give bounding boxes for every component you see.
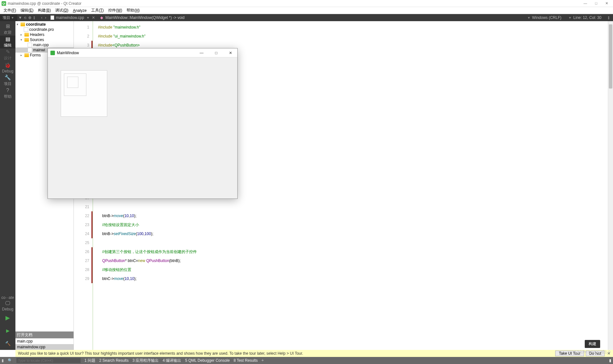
status-issues[interactable]: 1 问题 [84, 358, 95, 363]
open-doc-item[interactable]: mainwindow.cpp [15, 344, 74, 350]
toolbar-more-icon[interactable]: ⫿ [608, 15, 610, 20]
preview-btnA[interactable] [61, 70, 107, 117]
locator-input[interactable] [16, 358, 81, 363]
maximize-button[interactable]: □ [595, 1, 597, 5]
menubar: 文件(F) 编辑(E) 构建(B) 调试(D) Analyze 工具(T) 控件… [0, 7, 613, 14]
app-logo-icon: Qt [2, 1, 6, 6]
sync-icon[interactable]: ⊕ [27, 15, 32, 20]
play-bug-icon: ▶ [6, 328, 10, 333]
ui-tour-banner: Would you like to take a quick UI tour? … [15, 350, 613, 357]
preview-logo-icon [50, 51, 55, 55]
sidebar-edit[interactable]: ▤编辑 [0, 36, 15, 48]
preview-body [48, 57, 237, 199]
preview-btnB[interactable] [64, 73, 86, 96]
nav-back-icon[interactable]: ‹ [40, 15, 43, 20]
menu-help[interactable]: 帮助(H) [125, 7, 142, 14]
nav-fwd-icon[interactable]: › [44, 15, 47, 20]
file-tab[interactable]: mainwindow.cpp ▾ ✕ [48, 14, 98, 21]
folder-icon [24, 53, 29, 57]
filter-icon[interactable]: ▼ [17, 15, 23, 20]
build-button[interactable]: 🔨 [0, 337, 15, 350]
file-tab-close-icon[interactable]: ✕ [92, 15, 95, 20]
app-preview-window[interactable]: MainWindow — □ ✕ [48, 48, 238, 199]
menu-file[interactable]: 文件(F) [2, 7, 18, 14]
vertical-scrollbar[interactable] [608, 21, 613, 350]
help-icon: ? [6, 88, 9, 93]
tree-root[interactable]: ▾coordinate [15, 22, 74, 27]
link-icon[interactable]: ⎋ [23, 15, 27, 20]
file-icon [28, 48, 32, 52]
folder-icon [24, 33, 29, 37]
status-compile[interactable]: 4 编译输出 [162, 358, 181, 363]
window-title: mainwindow.cpp @ coordinate - Qt Creator [8, 1, 82, 6]
tree-pro-file[interactable]: coordinate.pro [15, 27, 74, 32]
titlebar: Qt mainwindow.cpp @ coordinate - Qt Crea… [0, 0, 613, 7]
status-qml[interactable]: 5 QML Debugger Console [185, 358, 230, 363]
nav-arrows: ‹ › [39, 15, 48, 20]
welcome-icon: ⊞ [6, 23, 10, 29]
banner-text: Would you like to take a quick UI tour? … [18, 351, 303, 356]
preview-minimize-button[interactable]: — [197, 51, 206, 55]
build-tooltip: 构建 [585, 340, 600, 348]
edit-icon: ▤ [5, 36, 10, 42]
hammer-icon: 🔨 [5, 341, 11, 346]
search-icon: 🔍 [8, 358, 13, 363]
menu-edit[interactable]: 编辑(E) [19, 7, 35, 14]
minimize-button[interactable]: — [583, 1, 587, 5]
folder-icon [21, 22, 25, 26]
status-search[interactable]: 2 Search Results [99, 358, 128, 363]
statusbar: ▮ 🔍 1 问题 2 Search Results 3 应用程序输出 4 编译输… [0, 357, 613, 364]
status-tests[interactable]: 8 Test Results [233, 358, 258, 363]
split-icon[interactable]: ⫿ [32, 15, 36, 20]
toolbar: 项目▾ ▼ ⎋ ⊕ ⫿ ‹ › mainwindow.cpp ▾ ✕ ◆ Mai… [0, 14, 613, 21]
menu-build[interactable]: 构建(B) [36, 7, 53, 14]
debug-icon: 🐞 [4, 62, 11, 68]
sidebar-debug[interactable]: 🐞Debug [0, 61, 15, 74]
status-appoutput[interactable]: 3 应用程序输出 [132, 358, 159, 363]
scrollbar-thumb[interactable] [609, 24, 612, 89]
mode-sidebar: ⊞欢迎 ▤编辑 ✎设计 🐞Debug 🔧项目 ?帮助 co···ate🖵Debu… [0, 21, 15, 350]
preview-maximize-button[interactable]: □ [213, 51, 220, 55]
status-progress-icon[interactable]: ▮ [609, 358, 611, 363]
window-controls: — □ ✕ [583, 1, 611, 5]
preview-title: MainWindow [57, 51, 79, 55]
encoding-label[interactable]: ▾ Windows (CRLF) [527, 15, 562, 20]
run-debug-button[interactable]: ▶ [0, 324, 15, 337]
folder-icon [24, 38, 29, 42]
menu-tools[interactable]: 工具(T) [89, 7, 106, 14]
preview-btnC[interactable] [67, 77, 78, 88]
diamond-icon: ◆ [100, 15, 103, 20]
toolbar-right: ▾ Windows (CRLF) ▾ Line: 12, Col: 30 ⫿ [523, 15, 613, 20]
close-button[interactable]: ✕ [605, 1, 608, 5]
run-button[interactable]: ▶ [0, 311, 15, 324]
sidebar-design[interactable]: ✎设计 [0, 48, 15, 61]
tree-main-cpp[interactable]: main.cpp [15, 42, 74, 47]
breadcrumb[interactable]: ◆ MainWindow::MainWindow(QWidget *) -> v… [98, 15, 187, 20]
menu-analyze[interactable]: Analyze [71, 8, 89, 13]
preview-close-button[interactable]: ✕ [226, 51, 235, 55]
tree-headers[interactable]: ▸Headers [15, 32, 74, 37]
menu-debug[interactable]: 调试(D) [53, 7, 70, 14]
file-icon [50, 15, 54, 20]
open-documents-pane: 打开文档 main.cpp mainwindow.cpp [15, 331, 74, 350]
play-icon: ▶ [5, 314, 10, 321]
kit-selector[interactable]: co···ate🖵Debug [0, 295, 15, 311]
status-more-icon[interactable]: ÷ [262, 358, 264, 363]
sidebar-projects[interactable]: 🔧项目 [0, 74, 15, 87]
preview-titlebar[interactable]: MainWindow — □ ✕ [48, 48, 237, 57]
watermark: CSDN @猪八戒1.0 [575, 349, 610, 355]
tree-sources[interactable]: ▾Sources [15, 37, 74, 42]
projects-icon: 🔧 [4, 74, 11, 80]
design-icon: ✎ [6, 49, 10, 55]
open-docs-header: 打开文档 [15, 332, 74, 338]
sidebar-welcome[interactable]: ⊞欢迎 [0, 23, 15, 36]
project-selector[interactable]: 项目▾ [0, 14, 17, 21]
sidebar-help[interactable]: ?帮助 [0, 87, 15, 100]
file-icon [24, 27, 28, 32]
open-doc-item[interactable]: main.cpp [15, 338, 74, 344]
cursor-position[interactable]: ▾ Line: 12, Col: 30 [568, 15, 601, 20]
menu-widgets[interactable]: 控件(W) [106, 7, 124, 14]
sidebar-toggle-icon[interactable]: ▮ [2, 358, 4, 363]
monitor-icon: 🖵 [5, 301, 10, 306]
file-tab-name: mainwindow.cpp [56, 15, 84, 20]
